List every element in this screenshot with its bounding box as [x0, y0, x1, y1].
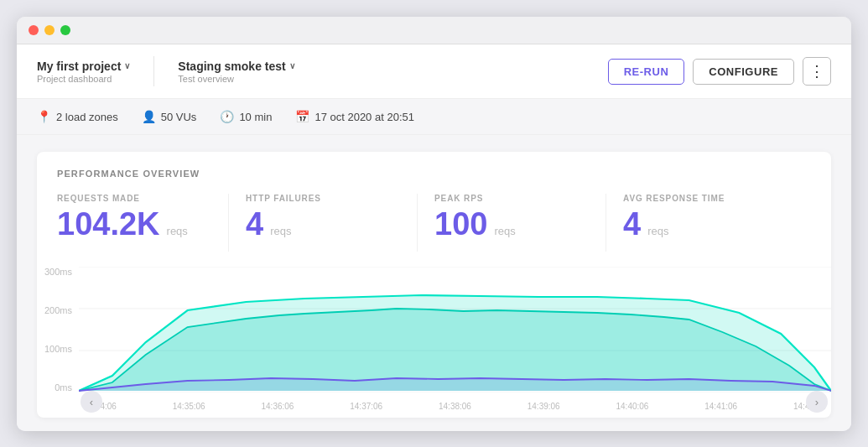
test-name[interactable]: Staging smoke test ∨ [178, 60, 294, 73]
chart-yaxis: 300ms 200ms 100ms 0ms [37, 267, 79, 392]
nav-divider [153, 56, 154, 86]
test-sub: Test overview [178, 74, 294, 84]
users-icon: 👤 [142, 110, 156, 123]
x-label-5: 14:39:06 [528, 402, 560, 411]
x-label-4: 14:38:06 [439, 402, 471, 411]
metric-1: HTTP FAILURES 4 reqs [246, 194, 418, 252]
y-label-100: 100ms [44, 344, 72, 354]
pin-icon: 📍 [37, 110, 51, 123]
metric-value-1: 4 [246, 208, 263, 240]
date-item: 📅 17 oct 2020 at 20:51 [295, 110, 414, 123]
metric-value-0: 104.2K [57, 208, 160, 240]
metric-value-row-3: 4 reqs [623, 208, 777, 240]
more-button[interactable]: ⋮ [803, 57, 831, 86]
test-nav[interactable]: Staging smoke test ∨ Test overview [178, 60, 294, 84]
metric-suffix-2: reqs [494, 225, 515, 237]
close-dot[interactable] [29, 25, 39, 35]
y-label-0: 0ms [55, 382, 72, 392]
metric-value-row-0: 104.2K reqs [57, 208, 211, 240]
vus-value: 50 VUs [161, 111, 197, 123]
y-label-300: 300ms [44, 267, 72, 277]
chevron-down-icon: ∨ [124, 61, 130, 70]
chart-xaxis: 14:34:06 14:35:06 14:36:06 14:37:06 14:3… [79, 394, 831, 418]
metric-value-row-2: 100 reqs [434, 208, 589, 240]
metric-value-2: 100 [434, 208, 487, 240]
performance-card: PERFORMANCE OVERVIEW REQUESTS MADE 104.2… [37, 152, 831, 418]
project-sub: Project dashboard [37, 74, 130, 84]
y-label-200: 200ms [44, 305, 72, 315]
rerun-button[interactable]: RE-RUN [608, 59, 685, 85]
x-label-3: 14:37:06 [350, 402, 382, 411]
app-window: My first project ∨ Project dashboard Sta… [17, 17, 851, 431]
load-zones-value: 2 load zones [56, 111, 118, 123]
chart-next-button[interactable]: › [806, 391, 828, 413]
vus-item: 👤 50 VUs [142, 110, 197, 123]
x-label-6: 14:40:06 [616, 402, 649, 411]
chart-svg-container [79, 267, 831, 392]
metrics-row: REQUESTS MADE 104.2K reqs HTTP FAILURES … [57, 194, 811, 252]
maximize-dot[interactable] [60, 25, 70, 35]
load-zones-item: 📍 2 load zones [37, 110, 118, 123]
main-content: PERFORMANCE OVERVIEW REQUESTS MADE 104.2… [17, 135, 851, 431]
metric-suffix-3: reqs [647, 225, 668, 237]
project-nav[interactable]: My first project ∨ Project dashboard [37, 60, 130, 84]
duration-value: 10 min [239, 111, 272, 123]
metric-label-2: PEAK RPS [434, 194, 589, 203]
x-label-7: 14:41:06 [704, 402, 737, 411]
x-label-1: 14:35:06 [173, 402, 205, 411]
metric-label-3: AVG RESPONSE TIME [623, 194, 777, 203]
breadcrumb: My first project ∨ Project dashboard Sta… [37, 56, 295, 86]
chevron-down-icon: ∨ [289, 61, 295, 70]
metric-value-row-1: 4 reqs [246, 208, 400, 240]
duration-item: 🕐 10 min [220, 110, 272, 123]
configure-button[interactable]: CONFIGURE [693, 59, 794, 85]
metric-value-3: 4 [623, 208, 641, 240]
metric-label-0: REQUESTS MADE [57, 194, 211, 203]
project-name[interactable]: My first project ∨ [37, 60, 130, 73]
minimize-dot[interactable] [44, 25, 55, 35]
date-value: 17 oct 2020 at 20:51 [314, 111, 414, 123]
metric-2: PEAK RPS 100 reqs [434, 194, 606, 252]
metric-3: AVG RESPONSE TIME 4 reqs [623, 194, 794, 252]
chart-svg [79, 267, 831, 392]
chart-prev-button[interactable]: ‹ [81, 391, 102, 413]
perf-title: PERFORMANCE OVERVIEW [57, 169, 811, 179]
metric-label-1: HTTP FAILURES [246, 194, 400, 203]
titlebar [17, 17, 851, 44]
chart-area: 300ms 200ms 100ms 0ms [37, 267, 831, 418]
clock-icon: 🕐 [220, 110, 234, 123]
meta-bar: 📍 2 load zones 👤 50 VUs 🕐 10 min 📅 17 oc… [17, 99, 851, 135]
x-label-2: 14:36:06 [262, 402, 294, 411]
header-actions: RE-RUN CONFIGURE ⋮ [608, 57, 831, 86]
metric-0: REQUESTS MADE 104.2K reqs [57, 194, 229, 252]
calendar-icon: 📅 [295, 110, 309, 123]
app-header: My first project ∨ Project dashboard Sta… [17, 44, 851, 99]
metric-suffix-1: reqs [270, 225, 291, 237]
metric-suffix-0: reqs [167, 225, 188, 237]
